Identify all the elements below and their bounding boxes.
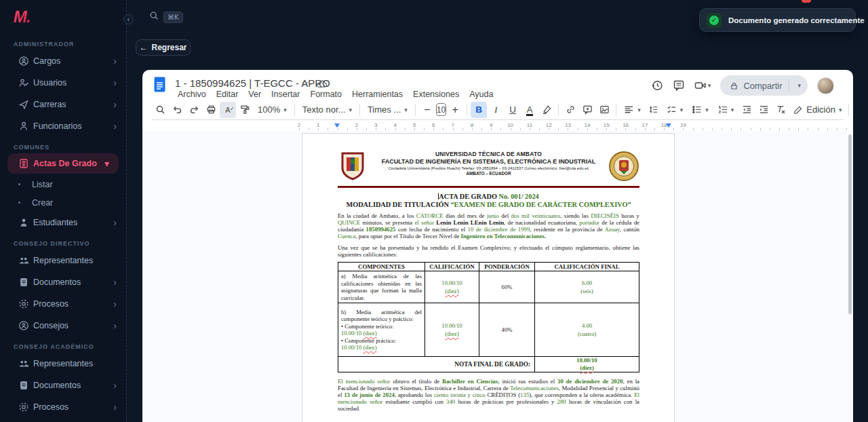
menu-extensiones[interactable]: Extensiones: [409, 89, 463, 100]
sidebar-subitem-listar[interactable]: Listar: [0, 175, 126, 193]
redo-icon[interactable]: [186, 102, 202, 118]
sidebar-item-consejos[interactable]: Consejos ›: [0, 315, 126, 337]
editing-mode-select[interactable]: Edición▾: [789, 102, 846, 118]
line-spacing-icon[interactable]: [646, 102, 662, 118]
sidebar-item-documentos-academico[interactable]: Documentos ›: [0, 375, 126, 396]
modalidad-title: MODALIDAD DE TITULACIÓN “EXAMEN DE GRADO…: [338, 201, 639, 209]
insert-image-icon[interactable]: [596, 102, 612, 118]
global-search[interactable]: ⌘K: [149, 11, 183, 23]
menu-ver[interactable]: Ver: [244, 89, 265, 100]
document-page[interactable]: UNIVERSIDAD TÉCNICA DE AMBATO FACULTAD D…: [302, 133, 675, 422]
print-icon[interactable]: [203, 102, 219, 118]
zoom-select[interactable]: 100%▾: [254, 102, 291, 118]
paragraph-style-select[interactable]: Texto nor...▾: [298, 102, 356, 118]
sidebar-item-label: Usuarios: [33, 78, 66, 88]
decrease-indent-icon[interactable]: [738, 102, 755, 118]
text-color-button[interactable]: A: [521, 102, 538, 118]
undo-icon[interactable]: [169, 102, 185, 118]
font-family-select[interactable]: Times ...▾: [363, 102, 412, 118]
sidebar-item-cargos[interactable]: Cargos ›: [0, 50, 126, 72]
city-line: AMBATO – ECUADOR: [372, 171, 606, 176]
sidebar-item-label: Representantes: [33, 359, 93, 368]
font-size-input[interactable]: 10: [436, 103, 446, 116]
app-logo[interactable]: M.: [0, 0, 126, 34]
component-a-cell: a) Media aritmética de las calificacione…: [338, 271, 425, 303]
menu-editar[interactable]: Editar: [212, 89, 243, 100]
divider: [789, 79, 789, 92]
back-button-label: Regresar: [151, 43, 186, 52]
align-select[interactable]: ▾: [620, 102, 645, 118]
video-call-icon: [694, 79, 707, 92]
caret-down-icon: ▾: [708, 82, 711, 89]
italic-button[interactable]: I: [488, 102, 504, 118]
star-icon[interactable]: ☆: [301, 78, 309, 88]
logo-mark: M.: [14, 7, 31, 26]
nota-final-label: NOTA FINAL DE GRADO:: [338, 357, 535, 372]
clear-formatting-icon[interactable]: [772, 102, 789, 118]
insert-link-icon[interactable]: [562, 102, 578, 118]
sidebar-item-actas-de-grado[interactable]: Actas De Grado ▾: [7, 153, 119, 174]
sidebar-item-representantes-directivo[interactable]: Representantes: [0, 250, 126, 271]
lock-icon: [730, 81, 738, 91]
chevron-right-icon: ›: [113, 277, 117, 287]
menu-ayuda[interactable]: Ayuda: [465, 89, 497, 100]
back-button[interactable]: ← Regresar: [136, 39, 191, 56]
final-a-cell: 6.00(seis): [535, 271, 639, 303]
council-icon: [18, 320, 29, 331]
bulleted-list-select[interactable]: ▾: [688, 102, 713, 118]
col-header-componentes: COMPONENTES: [338, 263, 425, 271]
comments-icon[interactable]: [673, 79, 685, 92]
increase-indent-icon[interactable]: [755, 102, 772, 118]
student-icon: [18, 217, 29, 228]
contact-line: Ciudadela Universitaria (Predios Huachi)…: [372, 166, 606, 170]
col-header-calificacion: CALIFICACIÓN: [425, 263, 479, 271]
people-icon: [18, 358, 29, 369]
numbered-list-select[interactable]: ▾: [713, 102, 738, 118]
user-avatar[interactable]: [817, 77, 834, 94]
menu-insertar[interactable]: Insertar: [267, 89, 304, 100]
sidebar-subitem-label: Listar: [32, 180, 53, 189]
version-history-icon[interactable]: [651, 79, 663, 92]
right-indent-marker[interactable]: [666, 123, 671, 128]
sidebar-item-usuarios[interactable]: Usuarios ›: [0, 72, 126, 94]
underline-button[interactable]: U: [505, 102, 521, 118]
add-comment-icon[interactable]: [579, 102, 595, 118]
decrease-font-icon[interactable]: −: [419, 102, 435, 118]
table-row-a: a) Media aritmética de las calificacione…: [338, 271, 639, 303]
share-button[interactable]: Compartir ▾: [720, 75, 808, 96]
menu-archivo[interactable]: Archivo: [174, 89, 210, 100]
sidebar-item-procesos-directivo[interactable]: Procesos ›: [0, 293, 126, 315]
google-docs-icon: [154, 77, 165, 92]
share-caret-icon[interactable]: ▾: [793, 82, 805, 89]
sidebar-item-representantes-academico[interactable]: Representantes: [0, 353, 126, 375]
checklist-select[interactable]: ▾: [663, 102, 688, 118]
sidebar-item-estudiantes[interactable]: Estudiantes ›: [0, 212, 126, 233]
left-indent-marker[interactable]: [334, 123, 340, 128]
bold-button[interactable]: B: [471, 102, 487, 118]
ponderacion-a-cell: 60%: [479, 271, 535, 303]
grades-header-row: COMPONENTES CALIFICACIÓN PONDERACIÓN CAL…: [338, 263, 639, 271]
sidebar-collapse-button[interactable]: ‹: [123, 14, 134, 24]
meet-call-control[interactable]: ▾: [694, 79, 711, 92]
cloud-status-icon[interactable]: [316, 79, 327, 88]
toolbar-search-icon[interactable]: [152, 102, 168, 118]
menu-herramientas[interactable]: Herramientas: [348, 89, 407, 100]
chevron-down-icon: ▾: [104, 159, 109, 168]
menu-bar: Archivo Editar Ver Insertar Formato Herr…: [174, 89, 497, 100]
menu-formato[interactable]: Formato: [307, 89, 347, 100]
sidebar-subitem-crear[interactable]: Crear: [0, 193, 126, 212]
spellcheck-icon[interactable]: A✓: [220, 102, 236, 118]
divider: [848, 104, 849, 116]
hide-menus-icon[interactable]: [852, 102, 853, 118]
sidebar-item-documentos-directivo[interactable]: Documentos ›: [0, 271, 126, 293]
sidebar-item-funcionarios[interactable]: Funcionarios ›: [0, 115, 126, 137]
chevron-right-icon: ›: [113, 402, 117, 412]
sidebar-item-carreras[interactable]: Carreras ›: [0, 94, 126, 115]
editor-scrollbar[interactable]: [848, 134, 852, 314]
sidebar-item-label: Procesos: [33, 299, 68, 309]
divider: [558, 104, 559, 116]
sidebar-item-procesos-academico[interactable]: Procesos ›: [0, 396, 126, 418]
paint-format-icon[interactable]: [237, 102, 253, 118]
increase-font-icon[interactable]: +: [447, 102, 463, 118]
highlight-color-icon[interactable]: [538, 102, 555, 118]
